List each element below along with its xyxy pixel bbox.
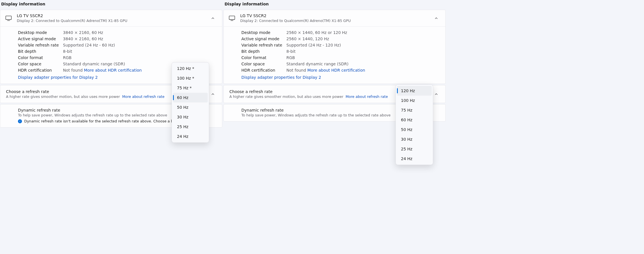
- prop-label: Color space: [18, 62, 63, 66]
- refresh-link[interactable]: More about refresh rate: [122, 94, 164, 99]
- prop-label: Active signal mode: [241, 37, 286, 41]
- prop-label: Color space: [241, 62, 286, 66]
- chevron-up-icon[interactable]: [209, 14, 217, 22]
- display-properties: Desktop mode2560 × 1440, 60 Hz or 120 Hz…: [224, 27, 445, 84]
- chevron-up-icon[interactable]: [209, 90, 217, 98]
- refresh-rate-option[interactable]: 100 Hz: [397, 96, 432, 105]
- section-title: Display information: [0, 0, 222, 10]
- refresh-rate-option[interactable]: 75 Hz: [397, 105, 432, 115]
- prop-label: Bit depth: [18, 49, 63, 54]
- prop-value: RGB: [63, 55, 72, 60]
- prop-label: HDR certification: [18, 68, 63, 72]
- svg-rect-2: [229, 16, 235, 19]
- refresh-rate-option[interactable]: 120 Hz: [397, 86, 432, 96]
- hdr-link[interactable]: More about HDR certification: [307, 68, 365, 72]
- info-icon: i: [18, 119, 22, 123]
- refresh-rate-option[interactable]: 30 Hz: [173, 112, 208, 122]
- refresh-rate-option[interactable]: 25 Hz: [173, 122, 208, 132]
- prop-value: Supported (24 Hz - 60 Hz): [63, 43, 115, 47]
- prop-value: 8-bit: [63, 49, 72, 54]
- prop-label: Bit depth: [241, 49, 286, 54]
- prop-value: Not found More about HDR certification: [63, 68, 142, 72]
- refresh-rate-option[interactable]: 24 Hz: [397, 154, 432, 164]
- display-header[interactable]: LG TV SSCR2 Display 2: Connected to Qual…: [224, 10, 445, 27]
- prop-value: 8-bit: [286, 49, 295, 54]
- svg-rect-0: [6, 16, 11, 19]
- refresh-rate-option[interactable]: 30 Hz: [397, 134, 432, 144]
- prop-label: Color format: [241, 55, 286, 60]
- display-subtitle: Display 2: Connected to Qualcomm(R) Adre…: [240, 19, 427, 23]
- prop-label: Variable refresh rate: [18, 43, 63, 47]
- monitor-icon: [5, 16, 12, 21]
- refresh-rate-option[interactable]: 100 Hz *: [173, 73, 208, 83]
- prop-label: HDR certification: [241, 68, 286, 72]
- prop-value: Standard dynamic range (SDR): [63, 62, 125, 66]
- prop-value: RGB: [286, 55, 295, 60]
- prop-label: Variable refresh rate: [241, 43, 286, 47]
- prop-label: Color format: [18, 55, 63, 60]
- refresh-rate-option[interactable]: 25 Hz: [397, 144, 432, 154]
- refresh-rate-dropdown[interactable]: 120 Hz *100 Hz *75 Hz *60 Hz50 Hz30 Hz25…: [172, 62, 209, 143]
- monitor-icon: [229, 16, 235, 21]
- refresh-rate-option[interactable]: 60 Hz: [397, 115, 432, 125]
- refresh-rate-option[interactable]: 50 Hz: [397, 125, 432, 134]
- info-text: Dynamic refresh rate isn't available for…: [24, 119, 192, 123]
- hdr-link[interactable]: More about HDR certification: [84, 68, 142, 72]
- prop-value: 3840 × 2160, 60 Hz: [63, 37, 103, 41]
- section-title: Display information: [223, 0, 446, 10]
- refresh-rate-dropdown[interactable]: 120 Hz100 Hz75 Hz60 Hz50 Hz30 Hz25 Hz24 …: [396, 84, 433, 165]
- adapter-properties-link[interactable]: Display adapter properties for Display 2: [241, 73, 321, 82]
- refresh-rate-option[interactable]: 24 Hz: [173, 132, 208, 141]
- prop-value: Not found More about HDR certification: [286, 68, 365, 72]
- prop-value: 3840 × 2160, 60 Hz: [63, 30, 103, 35]
- refresh-link[interactable]: More about refresh rate: [346, 94, 388, 99]
- prop-value: 2560 × 1440, 60 Hz or 120 Hz: [286, 30, 347, 35]
- display-info-card: LG TV SSCR2 Display 2: Connected to Qual…: [223, 10, 446, 84]
- prop-value: Supported (24 Hz - 120 Hz): [286, 43, 341, 47]
- prop-value: Standard dynamic range (SDR): [286, 62, 349, 66]
- prop-label: Desktop mode: [241, 30, 286, 35]
- adapter-properties-link[interactable]: Display adapter properties for Display 2: [18, 73, 98, 82]
- refresh-rate-option[interactable]: 60 Hz: [173, 93, 208, 102]
- refresh-rate-option[interactable]: 50 Hz: [173, 102, 208, 112]
- refresh-rate-option[interactable]: 75 Hz *: [173, 83, 208, 93]
- display-header[interactable]: LG TV SSCR2 Display 2: Connected to Qual…: [0, 10, 222, 27]
- prop-value: 2560 × 1440, 120 Hz: [286, 37, 329, 41]
- refresh-rate-option[interactable]: 120 Hz *: [173, 64, 208, 73]
- display-name: LG TV SSCR2: [240, 13, 427, 18]
- display-subtitle: Display 2: Connected to Qualcomm(R) Adre…: [17, 19, 204, 23]
- prop-label: Active signal mode: [18, 37, 63, 41]
- chevron-up-icon[interactable]: [432, 14, 440, 22]
- display-name: LG TV SSCR2: [17, 13, 204, 18]
- prop-label: Desktop mode: [18, 30, 63, 35]
- chevron-up-icon[interactable]: [432, 90, 440, 98]
